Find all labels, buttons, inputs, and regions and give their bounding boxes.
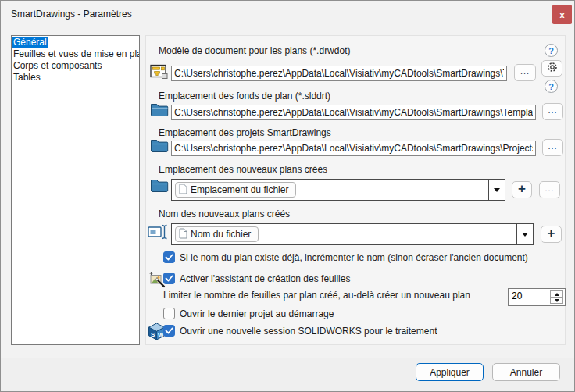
add-name-token-button[interactable]: + [541,226,562,243]
category-listbox[interactable]: Général Feuilles et vues de mise en plan… [11,35,140,345]
help-button-template[interactable]: ? [545,44,558,57]
projects-label: Emplacement des projets SmartDrawings [159,127,331,138]
browse-projects-button[interactable]: ... [542,139,563,156]
ellipsis-icon: ... [548,141,557,155]
new-name-combobox[interactable]: Nom du fichier [171,223,534,245]
help-icon: ? [548,82,554,91]
settings-panel: Modèle de document pour les plans (*.drw… [145,35,566,345]
help-button-sheet-format[interactable]: ? [545,80,558,93]
document-icon [179,184,188,197]
svg-text:S: S [151,331,155,338]
help-icon: ? [548,46,554,55]
drawing-template-icon [150,62,169,81]
open-last-project-label[interactable]: Ouvrir le dernier projet au démarrage [180,308,334,319]
dropdown-arrow-icon [522,233,528,237]
location-token-label: Emplacement du fichier [191,184,288,195]
new-session-checkbox[interactable] [163,325,175,337]
sheet-limit-label: Limiter le nombre de feuilles par plan c… [163,290,470,301]
apply-button[interactable]: Appliquer [416,363,484,381]
arrow-up-icon [555,293,559,296]
window-title: SmartDrawings - Paramètres [11,9,132,20]
ellipsis-icon: ... [520,66,530,80]
new-location-label: Emplacement des nouveaux plans créés [159,164,327,175]
sidebar-item-feuilles-et-vues[interactable]: Feuilles et vues de mise en plan [12,48,139,60]
browse-sheet-format-button[interactable]: ... [542,103,563,120]
new-location-combobox[interactable]: Emplacement du fichier [171,179,505,201]
new-name-label: Nom des nouveaux plans créés [159,208,290,219]
template-settings-button[interactable] [541,60,562,77]
ellipsis-icon: ... [548,105,557,119]
template-label: Modèle de document pour les plans (*.drw… [159,45,350,56]
folder-icon [150,102,169,117]
document-icon [179,228,188,241]
cancel-button[interactable]: Annuler [492,363,560,381]
arrow-down-icon [555,299,559,302]
sidebar-item-corps-et-composants[interactable]: Corps et composants [12,60,139,72]
sheet-limit-spinner[interactable] [508,288,566,306]
name-token-chip[interactable]: Nom du fichier [175,226,259,242]
sidebar-item-tables[interactable]: Tables [12,72,139,84]
browse-template-button[interactable]: ... [514,64,536,81]
sheet-limit-input[interactable] [509,289,548,301]
ellipsis-icon: ... [545,184,554,197]
check-icon [164,326,174,335]
increment-name-label[interactable]: Si le nom du plan existe déjà, incrément… [180,252,528,263]
dropdown-arrow-icon [494,188,500,192]
add-location-token-button[interactable]: + [512,181,532,198]
check-icon [164,274,174,283]
sheet-wizard-label[interactable]: Activer l'assistant de création des feui… [180,273,350,284]
spinner-up-button[interactable] [551,291,562,298]
increment-name-checkbox[interactable] [163,251,175,263]
rename-icon [148,223,169,241]
sheet-format-path-field[interactable] [171,105,536,120]
spinner-down-button[interactable] [551,298,562,303]
smartdrawings-settings-dialog: SmartDrawings - Paramètres x Général Feu… [0,0,575,392]
spinner-buttons[interactable] [550,290,563,304]
plus-icon: + [518,181,526,198]
gear-icon [546,61,559,76]
location-token-chip[interactable]: Emplacement du fichier [175,182,296,198]
check-icon [164,253,174,262]
projects-path-field[interactable] [171,141,536,156]
close-button[interactable]: x [552,5,572,24]
close-icon: x [559,10,564,20]
folder-icon [150,177,169,193]
template-path-field[interactable] [171,66,507,81]
footer-bar [1,358,575,392]
name-token-label: Nom du fichier [191,229,251,240]
new-location-dropdown-button[interactable] [488,180,505,200]
new-name-dropdown-button[interactable] [516,224,533,244]
sheet-wizard-checkbox[interactable] [163,273,175,284]
new-session-label[interactable]: Ouvrir une nouvelle session SOLIDWORKS p… [180,326,437,337]
folder-icon [150,137,169,153]
sidebar-item-general[interactable]: Général [12,37,139,48]
open-last-project-checkbox[interactable] [163,308,175,319]
browse-new-location-button[interactable]: ... [539,181,560,198]
plus-icon: + [548,226,555,243]
sheet-format-label: Emplacement des fonds de plan (*.slddrt) [159,91,330,102]
